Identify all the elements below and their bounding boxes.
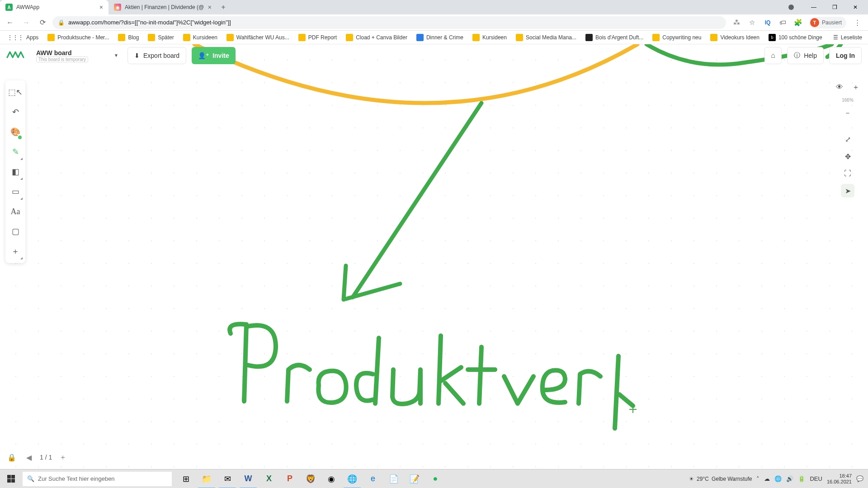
extension-tag-icon[interactable]: 🏷 <box>778 18 788 27</box>
viewers-button[interactable]: 👁 <box>833 80 846 94</box>
task-view-button[interactable]: ⊞ <box>175 469 196 488</box>
undo-tool[interactable]: ↶ <box>7 103 24 121</box>
export-board-button[interactable]: ⬇ Export board <box>127 47 186 64</box>
zoom-out-button[interactable]: － <box>841 106 854 120</box>
submenu-indicator-icon <box>20 257 23 259</box>
bookmark-item[interactable]: Bois d'Argent Duft... <box>582 32 647 43</box>
volume-icon[interactable]: 🔊 <box>786 475 793 482</box>
forward-button[interactable]: → <box>20 16 33 29</box>
zoom-in-button[interactable]: ＋ <box>849 80 863 94</box>
pen-tool[interactable]: ✎ <box>7 143 24 161</box>
extensions-puzzle-icon[interactable]: 🧩 <box>794 18 803 27</box>
download-icon: ⬇ <box>134 52 140 59</box>
select-tool[interactable]: ⬚↖ <box>7 83 24 101</box>
tray-chevron-icon[interactable]: ˄ <box>756 475 760 482</box>
close-icon[interactable]: × <box>99 4 103 11</box>
language-indicator[interactable]: DEU <box>810 475 822 482</box>
task-view-icon: ⊞ <box>183 474 189 484</box>
board-picker[interactable]: AWW board This board is temporary ▼ <box>32 48 122 63</box>
chrome-button[interactable]: 🌐 <box>342 469 363 488</box>
bookmark-item[interactable]: Kursideen <box>469 32 510 43</box>
login-button[interactable]: Log In <box>829 47 862 64</box>
excel-button[interactable]: X <box>259 469 279 488</box>
lock-page-button[interactable]: 🔒 <box>5 451 18 464</box>
brave-button[interactable]: 🦁 <box>300 469 321 488</box>
powerpoint-button[interactable]: P <box>279 469 300 488</box>
board-name: AWW board <box>36 49 118 56</box>
help-button[interactable]: ⓘ Help <box>787 47 824 64</box>
tab-awwapp[interactable]: A AWWApp × <box>0 0 108 14</box>
chevron-left-icon: ◀ <box>26 453 32 462</box>
bookmark-item[interactable]: Wahlfächer WU Aus... <box>223 32 293 43</box>
file-explorer-button[interactable]: 📁 <box>196 469 217 488</box>
invite-button[interactable]: 👤⁺ Invite <box>192 47 236 64</box>
pan-button[interactable]: ✥ <box>841 150 854 163</box>
extension-iq-icon[interactable]: IQ <box>763 18 772 27</box>
bookmark-item[interactable]: Dinner & Crime <box>413 32 467 43</box>
shape-tool[interactable]: ▭ <box>7 183 24 201</box>
reading-list-button[interactable]: ☰Leseliste <box>830 32 866 43</box>
reload-button[interactable]: ⟳ <box>36 16 49 29</box>
left-toolbar: ⬚↖ ↶ 🎨 ✎ ◧ ▭ Aa ▢ ＋ <box>5 80 25 263</box>
clock[interactable]: 18:47 16.06.2021 <box>827 473 852 485</box>
navigate-button[interactable]: ➤ <box>841 184 854 197</box>
person-add-icon: 👤⁺ <box>198 52 209 59</box>
start-button[interactable] <box>0 469 22 488</box>
bookmark-item[interactable]: Blog <box>114 32 142 43</box>
minimize-button[interactable]: ― <box>804 1 824 14</box>
sticky-note-tool[interactable]: ▢ <box>7 222 24 240</box>
back-button[interactable]: ← <box>4 16 16 29</box>
add-page-button[interactable]: ＋ <box>57 451 69 464</box>
home-button[interactable]: ⌂ <box>764 47 782 64</box>
kebab-menu-icon[interactable]: ⋮ <box>853 18 862 27</box>
color-tool[interactable]: 🎨 <box>7 123 24 141</box>
maximize-button[interactable]: ❐ <box>825 1 844 14</box>
bookmark-item[interactable]: Social Media Mana... <box>512 32 580 43</box>
account-indicator-icon[interactable] <box>788 5 794 10</box>
plus-icon: ＋ <box>852 83 859 92</box>
eraser-tool[interactable]: ◧ <box>7 163 24 181</box>
weather-widget[interactable]: ☀ 29°C Gelbe Warnstufe <box>689 476 752 482</box>
page-navigator: 🔒 ◀ 1 / 1 ＋ <box>5 451 69 464</box>
edge-button[interactable]: e <box>363 469 383 488</box>
profile-chip[interactable]: T Pausiert <box>809 17 846 28</box>
spotify-button[interactable]: ● <box>425 469 446 488</box>
fit-screen-button[interactable]: ⤢ <box>841 132 854 146</box>
bookmark-item[interactable]: Cload + Canva Bilder <box>342 32 411 43</box>
prev-page-button[interactable]: ◀ <box>23 451 35 464</box>
fullscreen-button[interactable]: ⛶ <box>841 167 854 180</box>
mail-button[interactable]: ✉ <box>217 469 238 488</box>
bookmark-item[interactable]: Videokurs Ideen <box>707 32 763 43</box>
bookmark-item[interactable]: b100 schöne Dinge <box>765 32 826 43</box>
search-placeholder: Zur Suche Text hier eingeben <box>38 475 115 482</box>
obs-button[interactable]: ◉ <box>321 469 342 488</box>
text-tool[interactable]: Aa <box>7 202 24 221</box>
close-icon[interactable]: × <box>208 4 212 11</box>
bookmark-star-icon[interactable]: ☆ <box>748 18 757 27</box>
new-tab-button[interactable]: + <box>217 0 230 14</box>
bookmark-item[interactable]: Kursideen <box>179 32 221 43</box>
reader-button[interactable]: 📄 <box>383 469 404 488</box>
add-tool[interactable]: ＋ <box>7 242 24 260</box>
close-window-button[interactable]: ✕ <box>845 1 865 14</box>
notifications-icon[interactable]: 💬 <box>856 475 863 482</box>
translate-icon[interactable]: ⁂ <box>732 18 741 27</box>
bookmark-item[interactable]: PDF Report <box>295 32 340 43</box>
notepad-button[interactable]: 📝 <box>404 469 425 488</box>
chevron-down-icon: ▼ <box>114 53 118 58</box>
bookmark-item[interactable]: Copywriting neu <box>649 32 705 43</box>
awwapp-logo[interactable] <box>6 49 26 62</box>
network-icon[interactable]: 🌐 <box>774 475 782 482</box>
battery-icon[interactable]: 🔋 <box>798 475 805 482</box>
apps-button[interactable]: ⋮⋮⋮Apps <box>4 32 42 43</box>
address-bar[interactable]: 🔒 awwapp.com/home/?dis=[["no-init-modal"… <box>52 16 726 29</box>
onedrive-icon[interactable]: ☁ <box>764 475 770 482</box>
bookmark-item[interactable]: Produktsuche - Mer... <box>44 32 113 43</box>
bookmark-item[interactable]: Später <box>144 32 177 43</box>
taskbar-search[interactable]: 🔍 Zur Suche Text hier eingeben <box>23 472 172 486</box>
date-text: 16.06.2021 <box>827 479 852 485</box>
active-color-indicator <box>18 136 22 139</box>
word-button[interactable]: W <box>238 469 259 488</box>
whiteboard-canvas[interactable] <box>0 44 868 469</box>
tab-instagram[interactable]: ◉ Aktien | Finanzen | Dividende (@ × <box>108 0 217 14</box>
